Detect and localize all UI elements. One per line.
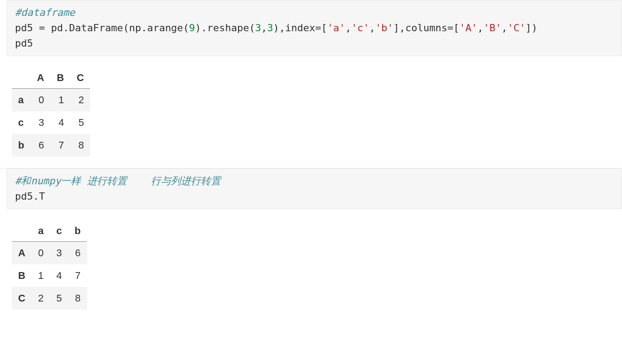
table-column-header: A: [30, 67, 50, 89]
code-line: pd5 = pd.DataFrame(np.arange(9).reshape(…: [15, 22, 537, 34]
table-row-index: A: [12, 242, 32, 265]
table-cell: 4: [50, 111, 70, 134]
table-cell: 1: [50, 89, 70, 112]
code-line: pd5.T: [15, 191, 45, 202]
table-header-row: a c b: [12, 220, 87, 242]
table-cell: 6: [30, 134, 50, 157]
table-cell: 2: [70, 89, 90, 112]
table-row: a 0 1 2: [12, 89, 90, 112]
table-row-index: B: [12, 264, 32, 287]
table-cell: 3: [30, 111, 50, 134]
table-row: A 0 3 6: [12, 242, 87, 265]
dataframe-table-1: A B C a 0 1 2 c 3 4 5: [12, 67, 90, 157]
table-column-header: B: [50, 67, 70, 89]
table-column-header: c: [50, 220, 68, 242]
table-row: C 2 5 8: [12, 287, 87, 310]
table-cell: 8: [68, 287, 87, 310]
table-cell: 4: [50, 264, 68, 287]
table-cell: 6: [68, 242, 87, 265]
table-cell: 0: [32, 242, 50, 265]
table-cell: 5: [50, 287, 68, 310]
table-column-header: C: [70, 67, 90, 89]
table-row-index: C: [12, 287, 32, 310]
code-comment: #和numpy一样 进行转置 行与列进行转置: [15, 175, 221, 187]
code-line: pd5: [15, 38, 33, 49]
table-row: c 3 4 5: [12, 111, 90, 134]
table-corner: [12, 67, 30, 89]
table-corner: [12, 220, 32, 242]
table-cell: 0: [30, 89, 50, 112]
table-cell: 7: [50, 134, 70, 157]
table-row-index: c: [12, 111, 30, 134]
table-cell: 7: [68, 264, 87, 287]
table-row-index: a: [12, 89, 30, 112]
table-header-row: A B C: [12, 67, 90, 89]
output-area-2: a c b A 0 3 6 B 1 4 7: [0, 209, 622, 321]
code-input-1[interactable]: #dataframe pd5 = pd.DataFrame(np.arange(…: [6, 0, 622, 56]
table-column-header: a: [32, 220, 50, 242]
table-cell: 8: [70, 134, 90, 157]
table-row: b 6 7 8: [12, 134, 90, 157]
table-cell: 3: [50, 242, 68, 265]
code-cell-1: #dataframe pd5 = pd.DataFrame(np.arange(…: [0, 0, 622, 168]
table-cell: 5: [70, 111, 90, 134]
code-cell-2: #和numpy一样 进行转置 行与列进行转置 pd5.T a c b A 0 3…: [0, 168, 622, 321]
table-row: B 1 4 7: [12, 264, 87, 287]
code-input-2[interactable]: #和numpy一样 进行转置 行与列进行转置 pd5.T: [6, 168, 622, 209]
table-cell: 2: [32, 287, 50, 310]
table-row-index: b: [12, 134, 30, 157]
output-area-1: A B C a 0 1 2 c 3 4 5: [0, 56, 622, 168]
table-column-header: b: [68, 220, 87, 242]
table-cell: 1: [32, 264, 50, 287]
dataframe-table-2: a c b A 0 3 6 B 1 4 7: [12, 220, 87, 310]
code-comment: #dataframe: [15, 7, 75, 18]
